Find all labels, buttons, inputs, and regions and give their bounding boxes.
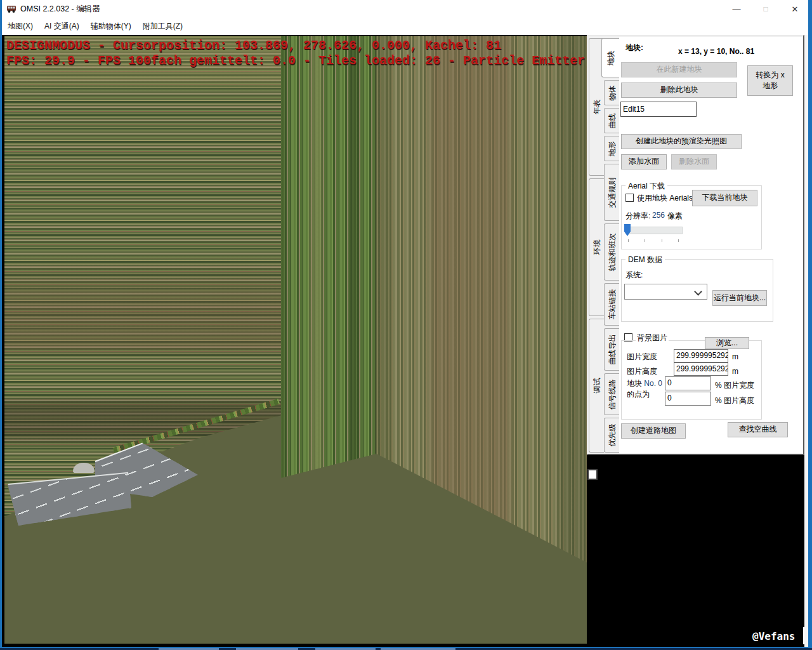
tile-point-label-line2: 的点为 <box>627 389 650 400</box>
run-current-tile-button[interactable]: 运行当前地块... <box>712 290 767 306</box>
viewport-3d[interactable]: DESIGNMODUS - Cursorposition: 103.869, 2… <box>4 36 587 644</box>
menubar: 地图(X) AI 交通(A) 辅助物体(Y) 附加工具(Z) <box>2 18 808 35</box>
tab-debug[interactable]: 调试 <box>589 319 604 453</box>
point-y-input[interactable]: 0 <box>665 392 711 406</box>
image-width-unit: m <box>732 352 738 361</box>
debug-overlay-line2: FPS: 29.9 - FPS 100fach gemittelt: 0.0 -… <box>6 53 585 68</box>
debug-overlay-line1: DESIGNMODUS - Cursorposition: 103.869, 2… <box>6 38 501 53</box>
floating-checkbox[interactable] <box>587 469 598 480</box>
tile-label: 地块: <box>625 43 643 53</box>
aerial-group: Aerial 下载 使用地块 Aerials 下载当前地块 分辨率: 256 像… <box>621 185 762 249</box>
pct-width-label: % 图片宽度 <box>715 380 754 391</box>
menu-map[interactable]: 地图(X) <box>2 18 39 35</box>
resolution-value: 256 <box>652 211 665 220</box>
dem-system-select[interactable] <box>624 284 707 300</box>
point-x-input[interactable]: 0 <box>665 376 711 390</box>
menu-extra-tools[interactable]: 附加工具(Z) <box>137 18 188 35</box>
tile-coordinates: x = 13, y = 10, No.. 81 <box>678 47 754 56</box>
tile-name-input[interactable]: Edit15 <box>620 102 697 117</box>
resolution-slider[interactable] <box>625 227 683 234</box>
image-width-label: 图片宽度 <box>627 352 657 362</box>
image-width-input[interactable]: 299.999995292 <box>674 349 728 362</box>
tab-tiles[interactable]: 地块 <box>601 38 619 77</box>
tab-environment[interactable]: 环境 <box>589 178 604 316</box>
tile-tab-content: 地块: x = 13, y = 10, No.. 81 在此新建地块 转换为 x… <box>619 37 802 453</box>
find-empty-splines-button[interactable]: 查找空曲线 <box>728 422 788 437</box>
tab-priorities[interactable]: 优先级 <box>604 418 619 453</box>
image-height-unit: m <box>732 367 738 376</box>
window-title: OMSI 2.2.032 - 编辑器 <box>20 4 100 15</box>
create-roadmap-button[interactable]: 创建道路地图 <box>621 423 686 439</box>
close-icon[interactable]: ✕ <box>784 0 806 18</box>
pct-height-label: % 图片高度 <box>715 395 754 406</box>
menu-ai-traffic[interactable]: AI 交通(A) <box>39 18 85 35</box>
slider-ticks <box>628 239 679 242</box>
minimize-icon[interactable]: — <box>726 0 747 18</box>
window-border-right[interactable] <box>808 0 812 647</box>
resolution-unit: 像素 <box>667 211 683 222</box>
use-tile-aerials-label: 使用地块 Aerials <box>637 193 693 204</box>
tab-objects[interactable]: 物体 <box>604 80 619 105</box>
image-height-input[interactable]: 299.999995292 <box>674 362 728 376</box>
browse-button[interactable]: 浏览... <box>705 337 749 349</box>
tab-signal-routes[interactable]: 信号线路 <box>604 373 619 415</box>
tab-spline-export[interactable]: 曲线导出 <box>604 328 619 371</box>
bus-icon <box>6 4 16 14</box>
tab-terrain[interactable]: 地形 <box>604 136 619 161</box>
tile-point-label-line1: 地块 No. 0 <box>627 378 662 389</box>
add-water-button[interactable]: 添加水面 <box>621 154 667 169</box>
window-border-left <box>0 0 2 647</box>
editor-panel: 年表 环境 调试 地块 物体 曲线 地形 交通规则 轨迹和班次 车站链接 曲线导… <box>587 35 804 455</box>
titlebar[interactable]: OMSI 2.2.032 - 编辑器 <box>2 0 808 18</box>
maximize-icon[interactable]: □ <box>755 0 776 18</box>
tab-traffic-rules[interactable]: 交通规则 <box>604 164 619 221</box>
menu-helper-objects[interactable]: 辅助物体(Y) <box>85 18 137 35</box>
dem-group-label: DEM 数据 <box>625 255 665 265</box>
tab-station-links[interactable]: 车站链接 <box>604 283 619 326</box>
tab-splines[interactable]: 曲线 <box>604 108 619 133</box>
chevron-down-icon <box>694 288 702 296</box>
screen: OMSI 2.2.032 - 编辑器 — □ ✕ 地图(X) AI 交通(A) … <box>0 0 812 650</box>
watermark: @Vefans <box>752 630 795 642</box>
image-height-label: 图片高度 <box>627 366 657 377</box>
watermark-cursor <box>803 627 804 644</box>
background-image-label: 背景图片 <box>636 333 669 343</box>
delete-tile-button[interactable]: 删除此地块 <box>621 83 737 98</box>
tab-tracks-trips[interactable]: 轨迹和班次 <box>604 223 619 281</box>
prerender-lightmap-button[interactable]: 创建此地块的预渲染光照图 <box>621 134 742 149</box>
resolution-label: 分辨率: <box>625 211 650 222</box>
download-tile-button[interactable]: 下载当前地块 <box>692 190 757 206</box>
aerial-group-label: Aerial 下载 <box>625 181 667 192</box>
create-tile-button[interactable]: 在此新建地块 <box>621 62 737 77</box>
dem-group: DEM 数据 系统: 运行当前地块... <box>621 259 773 322</box>
use-tile-aerials-checkbox[interactable] <box>625 194 634 202</box>
resolution-slider-thumb[interactable] <box>624 224 631 236</box>
dem-system-label: 系统: <box>625 270 643 281</box>
convert-terrain-button[interactable]: 转换为 x 地形 <box>747 65 793 96</box>
delete-water-button[interactable]: 删除水面 <box>671 154 717 169</box>
